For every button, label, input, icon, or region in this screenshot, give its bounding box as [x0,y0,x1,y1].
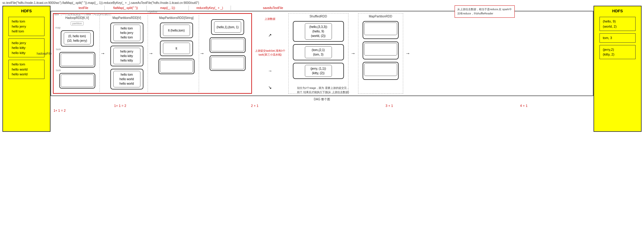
dag-outer-border: Pipeline task（一个流水线就是一个task（可以并行执行） hado… [51,11,593,96]
arrow1: → [100,15,106,92]
mappartition-save-title: MapPartitionRDD [369,15,392,18]
hdfs-right-title: HDFS [612,9,623,13]
mappartition-save-row2 [363,41,399,59]
arrow4: → [350,11,356,95]
stage-count-4: 4 + 1 [457,104,591,107]
map-label: map [55,26,61,29]
stage-note: 划分为2个stage，因为 需要上游的提交完，前个 结果后才能执行下面(从 上游… [297,86,351,94]
mappartitions-v-title: MapPartitionsRDD[V] [112,16,141,20]
pipeline-task-label: task（一个流水线就是一个task（可以并行执行） [54,13,113,17]
shuffle-arrow-1: ↗ [268,33,272,38]
shuffled-row3-inner: (jerry, (1,1))(kitty, (2)) [305,65,332,77]
mappartitions-v-row1: hello tomhello jerryhello tom [110,23,143,43]
pipeline-label: Pipeline [148,10,157,13]
mappartitions-v-row2-inner: hello jerryhello kittyhello kitty [113,48,140,64]
arrow3: → [199,15,205,92]
mappartitions-str-row1: It (hello,tom) [160,23,193,38]
hadooprdd-col: HadoopRDD[K,V] partition map (0, hello t… [55,15,100,92]
shuffled-row1: (hello,(3,3,3))(hello, 9)(world, (2)) [293,21,344,42]
shuffled-row1-inner: (hello,(3,3,3))(hello, 9)(world, (2)) [305,23,332,40]
stage-label-flatmap: flatMap(_.split(" ")) [105,6,147,10]
bottom-row: 1+ 1 = 2 2 + 1 3 + 1 4 + 1 [51,104,593,107]
bottom-note1: 1+ 1 = 2 [54,109,593,112]
shuffle-arrow-note: 上游提交taskSet,现有3个task(第三小流水线) [255,49,285,57]
stage-label-reducebykey: reduceByKey(_ + _) [189,6,231,10]
mappartitions-v-row3: hello tomhello worldhello world [110,69,143,89]
shuffled-row3: (jerry, (1,1))(kitty, (2)) [293,63,344,79]
map-result-row1-inner: (hello,1),(tom, 1) [214,21,241,33]
hdfs-right-file-3: (jerry,2)(kitty, 2) [600,45,636,59]
stage1-area: Pipeline task（一个流水线就是一个task（可以并行执行） hado… [53,13,252,94]
center-diagram: textFile flatMap(_.split(" ")) map((_, 1… [51,6,593,112]
mappartitions-str-row1-inner: It (hello,tom) [163,25,190,36]
hadooprdd-row1-inner: (0, hello tom)(10, hello jerry) [64,32,91,44]
top-code: sc.textFile("hdfs://node-1.itcast.cn:900… [0,0,644,6]
stage-label-saveastextfile: saveAsTextFile [231,6,315,10]
mappartitions-str-col: MapPartitionsRDD[String] It (hello,tom) … [154,15,199,92]
hdfs-right: HDFS (hello, 9)(world, 2) tom, 3 (jerry,… [593,6,642,132]
arrow5: → [405,11,411,95]
hdfs-left-title: HDFS [21,9,32,13]
mappartitions-str-row3 [158,59,195,74]
mappartitions-v-row2: hello jerryhello kittyhello kitty [110,46,143,66]
shuffle-arrow-note-up: 上游数据 [265,17,275,21]
hadooprdd-row3 [59,73,95,89]
hadooprdd-row2 [59,52,95,68]
mappartition-save-row1 [363,21,399,39]
shuffle-arrow-3: ↘ [268,85,272,90]
shuffled-row2: (tom,(2,1)(tom, 3) [293,44,344,60]
map-result-row3 [210,55,246,71]
stage-count-1: 1+ 1 = 2 [53,104,188,107]
partition-label: partition [71,21,83,26]
mappartitions-v-col: MapPartitionsRDD[V] hello tomhello jerry… [106,15,148,92]
task-label-1: task [56,48,61,51]
mappartition-save-col: MapPartitionRDD [358,13,403,94]
shuffle-arrows: 上游数据 ↗ 上游提交taskSet,现有3个task(第三小流水线) → ↘ [254,11,287,95]
hdfs-file-3: hello tomhello worldhello world [8,60,44,79]
shuffled-row2-inner: (tom,(2,1)(tom, 3) [305,46,332,58]
map-result-row1: (hello,1),(tom, 1) [211,19,244,35]
mappartitions-str-title: MapPartitionsRDD[String] [159,16,193,20]
map-result-row2 [210,37,246,53]
mappartition-save-row3 [363,62,399,80]
stage-count-2: 2 + 1 [188,104,322,107]
shuffled-rdd-title: ShuffledRDD [309,15,327,18]
stage-label-textfile: textFile [63,6,105,10]
mappartitions-str-row2: It [160,41,193,56]
mappartitions-str-row2-inner: It [163,43,190,54]
hadoop-file-label: hadoopFile [37,52,51,55]
shuffle-arrow-2: → [268,68,272,73]
hdfs-left: HDFS hello tomhello jerryhelll tom hello… [2,6,51,132]
stage-label-map: map((_, 1)) [147,6,189,10]
hdfs-right-file-2: tom, 3 [600,33,636,43]
reduce-note-box: 从上游拉去数据，相当于是reduce,在 spark中没有reduce，叫shu… [455,5,515,18]
diagram-wrapper: HDFS hello tomhello jerryhelll tom hello… [2,6,642,132]
shuffled-rdd-col: ShuffledRDD (hello,(3,3,3))(hello, 9)(wo… [288,13,348,94]
arrow2: → [148,15,154,92]
hadooprdd-row1: (0, hello tom)(10, hello jerry) [61,30,94,47]
mappartitions-v-row3-inner: hello tomhello worldhello world [113,71,140,87]
mappartitions-v-row1-inner: hello tomhello jerryhello tom [113,25,140,41]
hdfs-file-1: hello tomhello jerryhelll tom [8,17,44,36]
stage-count-3: 3 + 1 [322,104,457,107]
task-label-2: task [56,69,61,72]
dag-label: DAG 整个图 [51,97,593,101]
hadooprdd-title: HadoopRDD[K,V] [65,16,89,20]
hdfs-right-file-1: (hello, 9)(world, 2) [600,17,636,31]
map-result-col: (hello,1),(tom, 1) [205,15,250,92]
